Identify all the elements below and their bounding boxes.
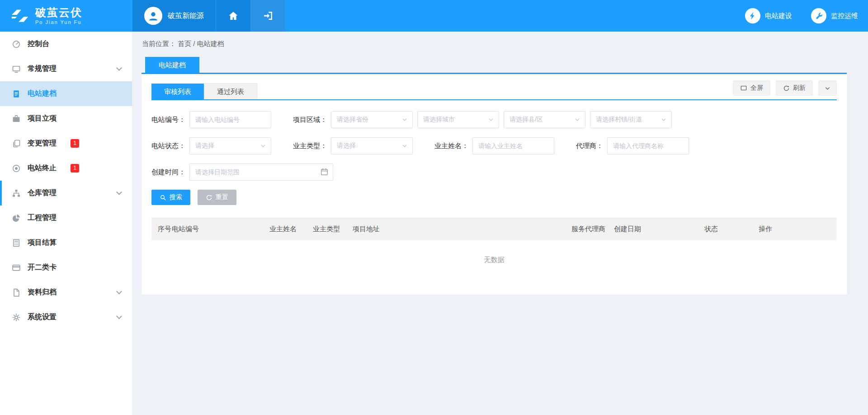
sidebar-item-label: 控制台 xyxy=(28,39,49,49)
chevron-down-icon xyxy=(116,65,122,71)
nav-monitor-ops-label: 监控运维 xyxy=(831,12,858,20)
brand-logo-icon xyxy=(10,9,30,23)
sidebar-item-label: 项目立项 xyxy=(28,114,57,123)
station-status-select[interactable]: 请选择 xyxy=(189,137,271,154)
sidebar-item-general-mgmt[interactable]: 常规管理 xyxy=(0,56,132,81)
column-header-owner-name: 业主姓名 xyxy=(269,225,313,233)
sidebar-item-station-archive[interactable]: 电站建档 xyxy=(0,81,132,106)
reset-button-label: 重置 xyxy=(216,193,228,201)
brand-title: 破茧云伏 xyxy=(35,7,82,19)
fullscreen-button[interactable]: 全屏 xyxy=(733,80,770,96)
sidebar-item-label: 电站建档 xyxy=(28,89,57,98)
search-button[interactable]: 搜索 xyxy=(151,190,190,205)
breadcrumb-label: 当前位置： xyxy=(142,40,176,47)
chevron-down-icon xyxy=(660,117,667,123)
chevron-down-icon xyxy=(824,85,831,92)
collapse-button[interactable] xyxy=(818,80,837,96)
top-header: 破茧云伏 Po Jian Yun Fu 破茧新能源 电站建设 监控运维 xyxy=(0,0,868,32)
tab-review-list[interactable]: 审核列表 xyxy=(151,84,204,99)
sidebar-item-system-settings[interactable]: 系统设置 xyxy=(0,305,132,330)
station-no-label: 电站编号： xyxy=(151,116,185,124)
sidebar-item-console[interactable]: 控制台 xyxy=(0,32,132,56)
gear-icon xyxy=(12,313,21,322)
search-button-label: 搜索 xyxy=(170,193,182,201)
sidebar-item-label: 仓库管理 xyxy=(28,188,57,198)
copy-icon xyxy=(12,139,21,148)
refresh-button[interactable]: 刷新 xyxy=(776,80,813,96)
sidebar-item-change-mgmt[interactable]: 变更管理 1 xyxy=(0,131,132,156)
logout-button[interactable] xyxy=(251,0,285,32)
chevron-down-icon xyxy=(401,117,408,123)
agent-label: 代理商： xyxy=(576,142,603,150)
fullscreen-label: 全屏 xyxy=(750,84,763,92)
sidebar-item-data-archive[interactable]: 资料归档 xyxy=(0,280,132,305)
station-status-value: 请选择 xyxy=(195,142,214,150)
column-header-created-date: 创建日期 xyxy=(614,225,704,233)
lightning-icon xyxy=(745,8,760,23)
chevron-down-icon xyxy=(401,143,408,149)
reset-button[interactable]: 重置 xyxy=(198,190,236,205)
user-menu[interactable]: 破茧新能源 xyxy=(132,0,216,32)
nav-station-construction[interactable]: 电站建设 xyxy=(745,0,792,32)
owner-type-select[interactable]: 请选择 xyxy=(331,137,413,154)
sidebar-item-station-termination[interactable]: 电站终止 1 xyxy=(0,156,132,181)
sidebar-item-project-initiation[interactable]: 项目立项 xyxy=(0,106,132,131)
sidebar-item-warehouse-mgmt[interactable]: 仓库管理 xyxy=(0,181,132,205)
breadcrumb-separator: / xyxy=(193,40,197,47)
brand-logo: 破茧云伏 Po Jian Yun Fu xyxy=(0,0,132,32)
tab-passed-list[interactable]: 通过列表 xyxy=(204,83,257,99)
stop-icon xyxy=(12,164,21,173)
sidebar-item-label: 系统设置 xyxy=(28,312,57,322)
home-icon xyxy=(228,10,239,21)
calculator-icon xyxy=(12,238,21,247)
refresh-label: 刷新 xyxy=(793,84,806,92)
sidebar-item-label: 项目结算 xyxy=(28,238,57,247)
chevron-down-icon xyxy=(260,143,266,149)
column-header-project-address: 项目地址 xyxy=(353,225,571,233)
chevron-down-icon xyxy=(116,289,122,294)
station-status-label: 电站状态： xyxy=(151,142,185,150)
sidebar: 控制台 常规管理 电站建档 项目立项 变更管理 1 电站终止 1 仓库管理 工程… xyxy=(0,32,132,415)
table-header-row: 序号 电站编号 业主姓名 业主类型 项目地址 服务代理商 创建日期 状态 操作 xyxy=(151,218,837,240)
sidebar-item-project-settlement[interactable]: 项目结算 xyxy=(0,230,132,255)
province-select-value: 请选择省份 xyxy=(337,116,368,124)
page-tab-station-archive[interactable]: 电站建档 xyxy=(145,57,199,73)
home-button[interactable] xyxy=(216,0,250,32)
county-select[interactable]: 请选择县/区 xyxy=(504,111,585,128)
county-select-value: 请选择县/区 xyxy=(509,116,543,124)
province-select[interactable]: 请选择省份 xyxy=(331,111,413,128)
card-icon xyxy=(12,263,21,272)
breadcrumb: 当前位置： 首页 / 电站建档 xyxy=(132,32,868,54)
region-label: 项目区域： xyxy=(293,116,327,124)
village-select[interactable]: 请选择村镇/街道 xyxy=(590,111,672,128)
column-header-owner-type: 业主类型 xyxy=(313,225,353,233)
exit-icon xyxy=(263,10,274,21)
sidebar-item-engineering-mgmt[interactable]: 工程管理 xyxy=(0,205,132,230)
column-header-station-no: 电站编号 xyxy=(172,225,269,233)
avatar xyxy=(144,7,162,25)
sidebar-item-open-card[interactable]: 开二类卡 xyxy=(0,255,132,280)
reset-icon xyxy=(206,194,212,201)
wrench-icon xyxy=(811,8,826,23)
brand-subtitle: Po Jian Yun Fu xyxy=(35,19,82,25)
city-select[interactable]: 请选择城市 xyxy=(417,111,499,128)
owner-type-label: 业主类型： xyxy=(293,142,327,150)
agent-input[interactable] xyxy=(607,137,689,154)
breadcrumb-home-link[interactable]: 首页 xyxy=(178,40,191,47)
monitor-icon xyxy=(12,65,21,74)
city-select-value: 请选择城市 xyxy=(423,116,455,124)
sitemap-icon xyxy=(12,189,21,198)
sidebar-item-label: 常规管理 xyxy=(28,64,57,74)
refresh-icon xyxy=(783,85,790,92)
search-icon xyxy=(160,194,166,201)
owner-name-input[interactable] xyxy=(472,137,554,154)
column-header-index: 序号 xyxy=(151,225,172,233)
column-header-service-agent: 服务代理商 xyxy=(571,225,614,233)
date-range-input[interactable] xyxy=(189,163,333,181)
nav-monitor-ops[interactable]: 监控运维 xyxy=(811,0,858,32)
station-no-input[interactable] xyxy=(189,111,271,128)
file-icon xyxy=(12,288,21,297)
sidebar-item-label: 开二类卡 xyxy=(28,263,57,272)
sidebar-item-label: 变更管理 xyxy=(28,139,57,148)
pie-chart-icon xyxy=(12,214,21,223)
